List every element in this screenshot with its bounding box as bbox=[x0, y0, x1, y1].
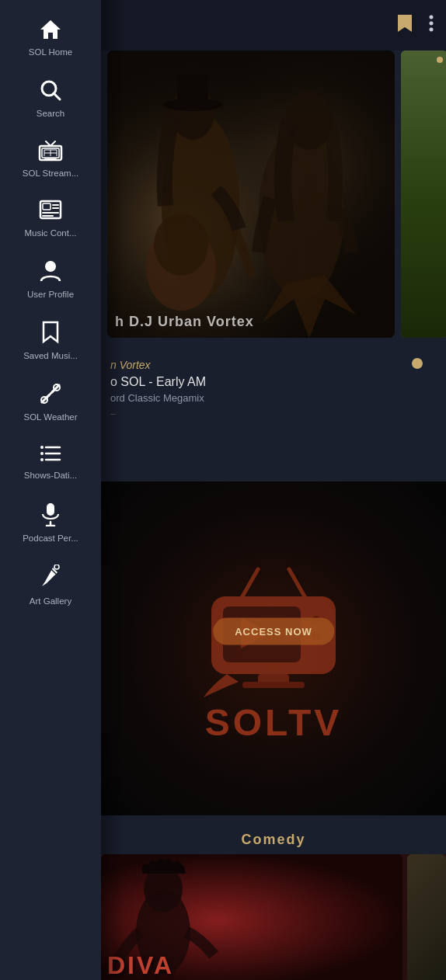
sidebar-item-art-gallery-label: Art Gallery bbox=[30, 596, 71, 606]
svg-rect-45 bbox=[177, 74, 208, 105]
mic-icon bbox=[41, 502, 60, 530]
svg-rect-4 bbox=[44, 158, 57, 161]
svg-point-37 bbox=[430, 21, 434, 25]
comedy-section: Comedy bbox=[101, 819, 446, 980]
sidebar-item-shows-dating[interactable]: Shows-Dati... bbox=[0, 433, 101, 491]
sidebar-item-search-label: Search bbox=[37, 109, 64, 118]
comedy-image-strip: DIVA bbox=[101, 854, 446, 980]
sidebar-item-podcast-label: Podcast Per... bbox=[23, 533, 78, 543]
track-info: o SOL - Early AM bbox=[110, 375, 437, 389]
svg-line-24 bbox=[47, 390, 54, 398]
main-music-card[interactable]: h D.J Urban Vortex bbox=[107, 50, 395, 338]
sidebar-item-sol-home[interactable]: SOL Home bbox=[0, 8, 101, 68]
svg-line-52 bbox=[242, 569, 258, 596]
access-now-button[interactable]: ACCESS NOW bbox=[213, 617, 334, 645]
comedy-diva-text: DIVA bbox=[107, 951, 174, 980]
svg-line-2 bbox=[54, 93, 60, 99]
bookmark-icon bbox=[42, 321, 59, 348]
more-options-icon[interactable] bbox=[429, 15, 434, 36]
home-icon bbox=[39, 19, 62, 44]
svg-rect-14 bbox=[43, 203, 51, 210]
svg-rect-31 bbox=[47, 503, 54, 516]
sidebar-item-sol-home-label: SOL Home bbox=[29, 47, 72, 57]
top-bar bbox=[101, 0, 446, 50]
track-title: o SOL - Early AM bbox=[110, 375, 206, 389]
svg-point-36 bbox=[430, 15, 434, 19]
tv-logo-wrapper: ACCESS NOW bbox=[188, 554, 359, 709]
svg-point-29 bbox=[40, 458, 44, 461]
list-icon bbox=[40, 443, 61, 467]
soltv-logo-container: ACCESS NOW SOLTV bbox=[188, 554, 359, 744]
comedy-card-side[interactable] bbox=[407, 854, 446, 980]
sidebar-item-music-cont[interactable]: Music Cont... bbox=[0, 189, 101, 248]
svg-marker-0 bbox=[40, 20, 61, 39]
svg-point-35 bbox=[54, 565, 59, 569]
search-icon bbox=[39, 78, 62, 106]
svg-line-53 bbox=[289, 569, 305, 596]
comedy-label: Comedy bbox=[241, 832, 305, 848]
sidebar-item-saved-music-label: Saved Musi... bbox=[23, 351, 78, 360]
guitarist-image: h D.J Urban Vortex bbox=[107, 50, 395, 338]
sidebar-item-sol-weather[interactable]: SOL Weather bbox=[0, 371, 101, 433]
sidebar-item-sol-stream[interactable]: SOL Stream... bbox=[0, 129, 101, 189]
svg-rect-41 bbox=[107, 50, 395, 338]
svg-rect-60 bbox=[242, 682, 305, 688]
cards-section: h D.J Urban Vortex bbox=[101, 50, 446, 361]
user-icon bbox=[40, 259, 61, 287]
tv-icon bbox=[38, 140, 63, 165]
track-subtitle: ord Classic Megamix bbox=[110, 392, 437, 404]
svg-point-27 bbox=[40, 452, 44, 455]
sidebar-item-art-gallery[interactable]: Art Gallery bbox=[0, 554, 101, 617]
wrench-icon bbox=[39, 382, 62, 409]
brush-icon bbox=[40, 565, 61, 593]
soltv-section: ACCESS NOW SOLTV bbox=[101, 481, 446, 815]
music-icon bbox=[39, 200, 62, 225]
dj-text: h D.J Urban Vortex bbox=[115, 314, 254, 330]
svg-point-47 bbox=[154, 214, 208, 276]
comedy-card-main[interactable]: DIVA bbox=[101, 854, 402, 980]
play-indicator bbox=[412, 358, 423, 369]
sidebar-item-saved-music[interactable]: Saved Musi... bbox=[0, 310, 101, 371]
sidebar: SOL Home Search SOL St bbox=[0, 0, 101, 980]
sidebar-item-sol-weather-label: SOL Weather bbox=[23, 412, 77, 422]
sidebar-item-user-profile[interactable]: User Profile bbox=[0, 248, 101, 310]
sidebar-item-music-cont-label: Music Cont... bbox=[24, 228, 76, 238]
track-dash: – bbox=[110, 408, 437, 419]
svg-point-38 bbox=[430, 27, 434, 31]
sidebar-item-search[interactable]: Search bbox=[0, 68, 101, 129]
sidebar-item-sol-stream-label: SOL Stream... bbox=[23, 169, 78, 178]
bookmark-topbar-icon[interactable] bbox=[396, 13, 413, 38]
main-content: h D.J Urban Vortex n Vortex o SOL - Earl… bbox=[101, 0, 446, 980]
svg-point-25 bbox=[40, 446, 44, 449]
track-info-bar: n Vortex o SOL - Early AM ord Classic Me… bbox=[101, 353, 446, 424]
vortex-label: n Vortex bbox=[110, 359, 151, 371]
side-music-card[interactable] bbox=[401, 50, 446, 338]
sidebar-item-podcast[interactable]: Podcast Per... bbox=[0, 491, 101, 554]
sidebar-item-user-profile-label: User Profile bbox=[27, 290, 74, 299]
svg-point-19 bbox=[45, 261, 56, 272]
sidebar-item-shows-dating-label: Shows-Dati... bbox=[24, 471, 77, 480]
guitarist-svg bbox=[107, 50, 395, 338]
